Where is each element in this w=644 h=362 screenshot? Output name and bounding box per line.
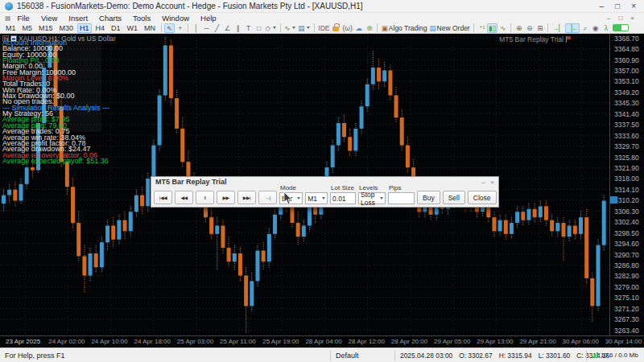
child-restore-button[interactable]: □ — [618, 14, 622, 22]
timeframe-button-mn[interactable]: MN — [142, 23, 159, 33]
timeframe-button-m15[interactable]: M15 — [36, 23, 56, 33]
menu-item-view[interactable]: View — [41, 14, 57, 23]
profile-selector[interactable]: Default — [330, 350, 394, 361]
search-icon-button[interactable]: ⌕ — [580, 23, 590, 33]
price-label: 3271.20 — [614, 305, 639, 313]
dialog-minimize-button[interactable]: – — [481, 179, 485, 186]
price-label: 3306.30 — [614, 208, 639, 216]
auto-scroll-button[interactable]: →▏ — [551, 23, 565, 33]
go-to-end-button[interactable]: ▶▶| — [237, 191, 256, 204]
timeframe-select[interactable]: M1 — [305, 192, 328, 204]
trendline-tool-button[interactable]: ╱ — [212, 23, 222, 33]
hotkey-walker-button[interactable]: λ — [601, 23, 611, 33]
shapes-menu-button[interactable]: ◇ — [264, 23, 278, 33]
timeframe-button-m30[interactable]: M30 — [56, 23, 76, 33]
buy-button[interactable]: Buy — [417, 191, 440, 204]
tick-chart-button[interactable]: ⁺¹ — [477, 23, 487, 33]
candle-bullish — [151, 146, 155, 179]
menu-item-file[interactable]: File — [18, 14, 30, 23]
toolbar-separator — [473, 23, 474, 32]
levels-select[interactable]: Stop Loss — [358, 192, 386, 204]
replay-toggle[interactable] — [611, 23, 630, 33]
help-about-button[interactable]: ◉ — [590, 23, 601, 33]
price-label: 3349.20 — [614, 88, 639, 97]
indicators-menu-button[interactable]: ∿ — [283, 23, 297, 33]
templates-menu-button-glyph: ▤ — [298, 23, 304, 33]
fast-forward-button[interactable]: ▶▶ — [217, 191, 235, 204]
pause-button[interactable]: ‖ — [196, 191, 214, 204]
menu-item-window[interactable]: Window — [162, 14, 189, 23]
close-button-dialog[interactable]: Close — [468, 191, 497, 204]
dialog-close-button[interactable]: × — [490, 179, 494, 186]
chart-shift-button[interactable]: ▕← — [565, 23, 580, 33]
sell-button[interactable]: Sell — [443, 191, 465, 204]
rewind-button[interactable]: ◀◀ — [175, 191, 193, 204]
price-scale[interactable]: 3368.703364.803360.903357.003353.103349.… — [609, 34, 644, 335]
line-chart-button[interactable]: ∿ — [497, 23, 508, 33]
tile-windows-button[interactable]: ⊞ — [535, 23, 545, 33]
candle-bullish — [336, 123, 341, 146]
price-label: 3290.70 — [614, 251, 639, 259]
time-scale[interactable]: 23 Apr 202524 Apr 02:0024 Apr 10:0024 Ap… — [0, 335, 644, 348]
candle-bearish — [180, 129, 184, 162]
ide-button[interactable]: IDE — [317, 23, 331, 33]
dialog-body: |◀◀◀◀‖▶▶▶▶|→| Mode Bar M1 Lot Size Level… — [151, 187, 498, 207]
menu-item-help[interactable]: Help — [200, 14, 217, 23]
bar-time: 2025.04.28 03:00 — [400, 352, 452, 360]
new-order-button[interactable]: ▤New Order — [428, 23, 471, 33]
timeframe-button-h1[interactable]: H1 — [77, 23, 93, 33]
candle-bullish — [215, 226, 219, 234]
zoom-out-button[interactable]: ⊖ — [524, 23, 535, 33]
virtual-hosting-button-glyph: (ω) — [342, 23, 352, 33]
price-label: 3329.70 — [614, 142, 639, 150]
text-tool-button[interactable]: T — [243, 23, 254, 33]
menu-item-insert[interactable]: Insert — [68, 14, 88, 23]
timeframe-button-m5[interactable]: M5 — [19, 23, 35, 33]
child-minimize-button[interactable]: – — [607, 14, 610, 22]
child-close-button[interactable]: × — [630, 14, 634, 22]
lot-size-input[interactable] — [330, 192, 356, 204]
cloud-icon-button[interactable]: ☁ — [353, 23, 364, 33]
price-label: 3345.30 — [614, 99, 639, 107]
timeframe-button-w1[interactable]: W1 — [124, 23, 141, 33]
lock-icon[interactable] — [331, 23, 341, 33]
timeframe-button-m1[interactable]: M1 — [3, 23, 19, 33]
rectangle-tool-button[interactable]: □ — [254, 23, 264, 33]
zoom-in-button[interactable]: ⊕ — [514, 23, 524, 33]
templates-menu-button[interactable]: ▤ — [297, 23, 312, 33]
candle-bullish — [273, 215, 277, 234]
toolbar-separator — [188, 23, 188, 32]
candle-bearish — [76, 223, 80, 256]
bar-replay-dialog[interactable]: MT5 Bar Replay Trial – × |◀◀◀◀‖▶▶▶▶|→| M… — [151, 176, 499, 208]
new-order-button-label: New Order — [437, 23, 470, 33]
window-title: 156038 - FusionMarkets-Demo: Demo Accoun… — [17, 2, 600, 10]
candle-bearish — [262, 251, 266, 262]
time-label: 24 Apr 10:00 — [91, 338, 127, 345]
vertical-line-tool-button[interactable]: │ — [191, 23, 201, 33]
connection-status[interactable]: 10.6 / 0.0 Mb — [586, 350, 644, 361]
toolbar-separator — [510, 23, 511, 32]
angle-trendline-tool-button[interactable]: ∠ — [222, 23, 233, 33]
candle-bearish — [244, 276, 248, 306]
horizontal-line-tool-button[interactable]: ─ — [201, 23, 212, 33]
equidistant-channel-tool-button[interactable]: ∥ — [233, 23, 243, 33]
cursor-tool-button[interactable]: ⇖ — [164, 23, 175, 33]
close-button[interactable]: × — [631, 2, 636, 10]
candle-bearish — [533, 209, 537, 217]
candle-chart-button[interactable]: ▮▯ — [487, 23, 497, 33]
community-icon-button[interactable]: ⊛ — [364, 23, 374, 33]
maximize-button[interactable]: □ — [615, 2, 620, 10]
step-forward-button[interactable]: →| — [258, 191, 277, 204]
minimize-button[interactable]: – — [600, 2, 605, 10]
timeframe-button-d1[interactable]: D1 — [109, 23, 124, 33]
go-to-start-button[interactable]: |◀◀ — [154, 191, 172, 204]
menu-item-charts[interactable]: Charts — [99, 14, 122, 23]
crosshair-tool-button[interactable]: + — [175, 23, 185, 33]
menu-item-tools[interactable]: Tools — [133, 14, 151, 23]
price-label: 3341.40 — [614, 110, 639, 118]
pips-input[interactable] — [388, 192, 415, 204]
virtual-hosting-button[interactable]: (ω) — [341, 23, 353, 33]
menu-items: FileViewInsertChartsToolsWindowHelp — [18, 14, 607, 23]
algo-trading-button[interactable]: ▣Algo Trading — [380, 23, 428, 33]
timeframe-button-h4[interactable]: H4 — [93, 23, 108, 33]
